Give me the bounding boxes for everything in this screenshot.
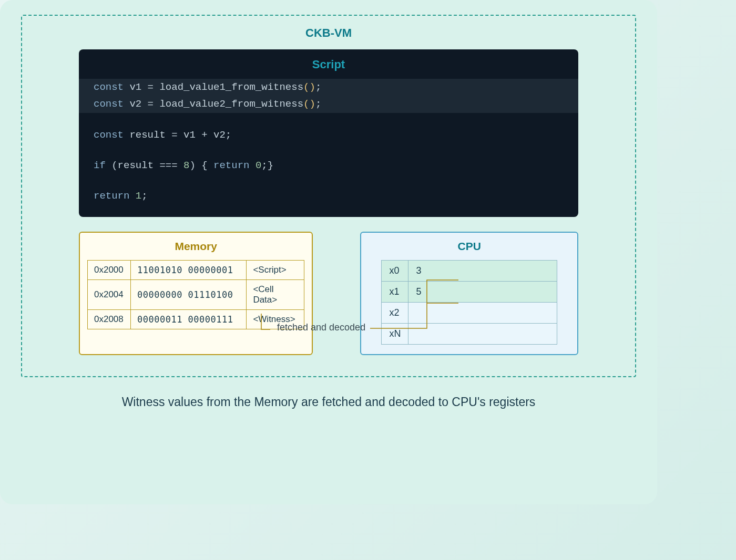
diagram-caption: Witness values from the Memory are fetch… [21,395,636,409]
memory-addr: 0x2000 [88,261,131,280]
cpu-row: x15 [382,282,557,303]
cpu-register: x0 [382,261,408,282]
code-line-2: const v2 = load_value2_from_witness(); [79,96,578,112]
cpu-row: xN [382,324,557,345]
cpu-value: 3 [408,261,557,282]
script-title: Script [79,49,578,79]
memory-panel: Memory 0x200011001010 00000001<Script>0x… [79,232,313,355]
memory-addr: 0x2004 [88,280,131,310]
code-line-4: if (result === 8) { return 0;} [79,157,578,174]
cpu-title: CPU [381,240,557,253]
cpu-value [408,324,557,345]
memory-row: 0x200800000011 00000111<Witness> [88,310,304,329]
cpu-row: x2 [382,303,557,324]
memory-addr: 0x2008 [88,310,131,329]
fetch-decode-label: fetched and decoded [277,322,365,333]
script-code: const v1 = load_value1_from_witness(); c… [79,79,578,204]
code-line-3: const result = v1 + v2; [79,127,578,143]
memory-binary: 00000000 01110100 [131,280,247,310]
ckb-vm-box: CKB-VM Script const v1 = load_value1_fro… [21,15,636,377]
memory-row: 0x200400000000 01110100<Cell Data> [88,280,304,310]
script-panel: Script const v1 = load_value1_from_witne… [79,49,578,217]
memory-binary: 00000011 00000111 [131,310,247,329]
memory-row: 0x200011001010 00000001<Script> [88,261,304,280]
memory-tag: <Cell Data> [247,280,304,310]
vm-title: CKB-VM [22,26,635,40]
memory-title: Memory [87,240,304,253]
diagram-canvas: CKB-VM Script const v1 = load_value1_fro… [0,0,657,504]
cpu-register: x2 [382,303,408,324]
cpu-register: x1 [382,282,408,303]
cpu-register: xN [382,324,408,345]
lower-row: Memory 0x200011001010 00000001<Script>0x… [22,217,635,355]
cpu-panel: CPU x03x15x2xN [360,232,578,355]
code-line-1: const v1 = load_value1_from_witness(); [79,79,578,96]
cpu-value [408,303,557,324]
cpu-row: x03 [382,261,557,282]
cpu-table: x03x15x2xN [381,260,557,345]
memory-table: 0x200011001010 00000001<Script>0x2004000… [87,260,304,329]
memory-tag: <Script> [247,261,304,280]
memory-binary: 11001010 00000001 [131,261,247,280]
cpu-value: 5 [408,282,557,303]
code-line-5: return 1; [79,188,578,204]
